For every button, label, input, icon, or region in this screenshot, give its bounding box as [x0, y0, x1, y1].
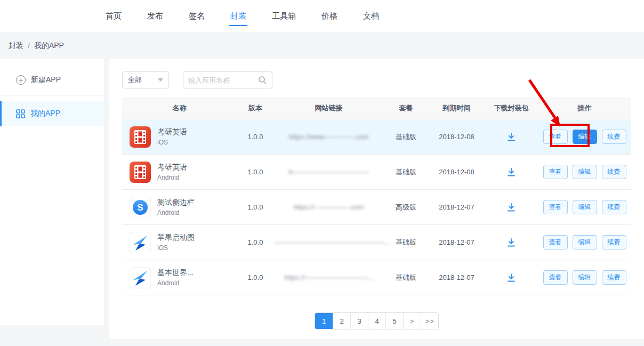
- search-icon[interactable]: [257, 75, 267, 85]
- app-name: 测试侧边栏: [157, 198, 195, 207]
- edit-button[interactable]: 编辑: [573, 235, 597, 249]
- table-row: S 测试侧边栏 Android 1.0.0 https://—————.com …: [122, 190, 631, 225]
- breadcrumb-section[interactable]: 封装: [9, 41, 23, 51]
- nav-item-toolbox[interactable]: 工具箱: [272, 11, 296, 21]
- compass-icon: S: [130, 197, 151, 218]
- app-platform: Android: [157, 209, 195, 216]
- sidebar-item-label: 新建APP: [31, 75, 61, 85]
- breadcrumb-separator: /: [28, 42, 30, 50]
- col-header-name: 名称: [122, 103, 237, 113]
- app-plan: 高级版: [383, 203, 429, 212]
- top-nav: 首页 发布 签名 封装 工具箱 价格 文档: [0, 0, 644, 33]
- app-expiry: 2018-12-07: [429, 203, 485, 211]
- app-name: 苹果启动图: [157, 233, 195, 243]
- view-button[interactable]: 查看: [543, 235, 568, 249]
- page-button-2[interactable]: 2: [333, 313, 350, 329]
- download-icon[interactable]: [506, 237, 517, 248]
- app-platform: Android: [157, 174, 187, 181]
- pagination: 1 2 3 4 5 > >>: [122, 312, 631, 329]
- nav-item-home[interactable]: 首页: [106, 11, 122, 21]
- edit-button[interactable]: 编辑: [573, 165, 597, 179]
- app-version: 1.0.0: [237, 273, 274, 281]
- table-row: 考研英语 Android 1.0.0 h——————————— 基础版 2018…: [122, 155, 631, 190]
- col-header-actions: 操作: [538, 103, 631, 113]
- list-toolbar: 全部: [122, 71, 631, 88]
- col-header-url: 网站链接: [274, 103, 383, 113]
- app-plan: 基础版: [383, 132, 429, 142]
- paper-plane-icon: [130, 267, 151, 288]
- renew-button[interactable]: 续费: [602, 165, 626, 179]
- app-expiry: 2018-12-08: [429, 133, 485, 141]
- next-page-button[interactable]: >: [403, 313, 421, 329]
- app-name: 基本世界...: [157, 268, 194, 278]
- renew-button[interactable]: 续费: [602, 270, 626, 284]
- last-page-button[interactable]: >>: [421, 313, 438, 329]
- app-expiry: 2018-12-07: [429, 238, 485, 246]
- table-row: 考研英语 iOS 1.0.0 https://www.————.com 基础版 …: [122, 119, 631, 155]
- app-platform: iOS: [157, 139, 187, 146]
- filter-dropdown[interactable]: 全部: [122, 71, 169, 88]
- nav-item-publish[interactable]: 发布: [147, 11, 163, 21]
- table-row: 基本世界... Android 1.0.0 https://—————————.…: [122, 260, 631, 295]
- col-header-plan: 套餐: [383, 103, 429, 113]
- caret-down-icon: [158, 78, 163, 82]
- download-icon[interactable]: [506, 132, 517, 142]
- app-plan: 基础版: [383, 167, 429, 177]
- app-version: 1.0.0: [237, 203, 274, 211]
- download-icon[interactable]: [506, 202, 517, 213]
- page-button-5[interactable]: 5: [385, 313, 403, 329]
- nav-item-package[interactable]: 封装: [230, 11, 246, 21]
- table-row: 苹果启动图 iOS 1.0.0 ————————————————... 基础版 …: [122, 225, 631, 260]
- search-input[interactable]: [188, 76, 257, 84]
- film-icon: [130, 162, 151, 183]
- app-name: 考研英语: [157, 163, 187, 172]
- film-icon: [130, 126, 151, 148]
- nav-item-sign[interactable]: 签名: [189, 11, 205, 21]
- page-button-4[interactable]: 4: [368, 313, 385, 329]
- search-box: [183, 71, 272, 88]
- edit-button[interactable]: 编辑: [573, 270, 597, 284]
- nav-item-docs[interactable]: 文档: [363, 11, 379, 21]
- app-table: 名称 版本 网站链接 套餐 到期时间 下载封装包 操作: [122, 97, 631, 295]
- main-panel: 全部 名称 版本 网站链接 套餐 到期时间 下载封装包 操作: [109, 59, 644, 339]
- sidebar-item-new-app[interactable]: + 新建APP: [0, 65, 104, 95]
- app-version: 1.0.0: [237, 238, 274, 246]
- page-button-1[interactable]: 1: [315, 313, 333, 329]
- app-url-blurred: h———————————: [288, 168, 368, 176]
- app-url-blurred: https://—————.com: [293, 203, 364, 211]
- renew-button[interactable]: 续费: [602, 130, 626, 143]
- view-button[interactable]: 查看: [543, 130, 568, 143]
- view-button[interactable]: 查看: [543, 270, 568, 284]
- view-button[interactable]: 查看: [543, 165, 568, 179]
- page-button-3[interactable]: 3: [350, 313, 368, 329]
- download-icon[interactable]: [506, 272, 517, 283]
- circle-plus-icon: +: [16, 75, 26, 85]
- renew-button[interactable]: 续费: [602, 200, 626, 214]
- col-header-download: 下载封装包: [485, 103, 538, 113]
- sidebar-divider: [0, 95, 104, 95]
- app-url-blurred: ————————————————...: [274, 238, 391, 246]
- app-url-blurred: https://—————————...: [284, 273, 373, 281]
- svg-text:S: S: [137, 203, 143, 213]
- app-version: 1.0.0: [237, 133, 274, 141]
- sidebar-item-my-app[interactable]: 我的APP: [0, 101, 104, 126]
- edit-button[interactable]: 编辑: [573, 200, 597, 214]
- app-plan: 基础版: [383, 273, 429, 283]
- renew-button[interactable]: 续费: [602, 235, 626, 249]
- breadcrumb: 封装 / 我的APP: [0, 33, 644, 59]
- filter-dropdown-value: 全部: [128, 75, 142, 85]
- edit-button[interactable]: 编辑: [573, 130, 597, 143]
- app-version: 1.0.0: [237, 168, 274, 176]
- app-expiry: 2018-12-07: [429, 273, 485, 281]
- app-platform: Android: [157, 279, 194, 287]
- app-name: 考研英语: [157, 127, 187, 137]
- col-header-expiry: 到期时间: [429, 103, 485, 113]
- download-icon[interactable]: [506, 167, 517, 178]
- view-button[interactable]: 查看: [543, 200, 568, 214]
- col-header-version: 版本: [237, 103, 274, 113]
- table-header: 名称 版本 网站链接 套餐 到期时间 下载封装包 操作: [122, 97, 631, 119]
- nav-item-price[interactable]: 价格: [321, 11, 337, 21]
- sidebar: + 新建APP 我的APP: [0, 59, 104, 325]
- paper-plane-icon: [130, 232, 151, 253]
- breadcrumb-current: 我的APP: [34, 41, 64, 51]
